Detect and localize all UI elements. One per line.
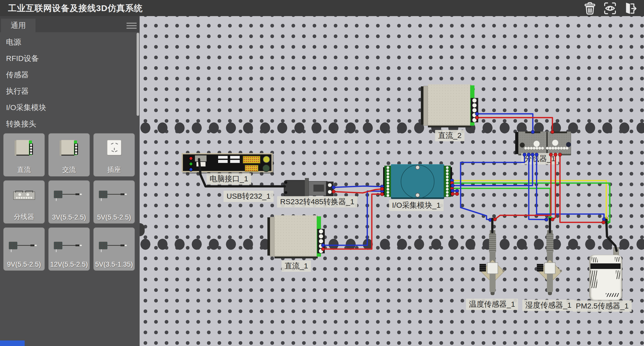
io-terminal-strip-left[interactable] xyxy=(384,166,391,197)
converter-slot xyxy=(313,185,324,192)
menu-item-rfid[interactable]: RFID设备 xyxy=(0,50,136,66)
splitter-notch xyxy=(550,131,567,133)
device-label-tag: 分线器_1 xyxy=(521,153,558,164)
splitter-thumbnail xyxy=(13,191,35,201)
sidebar-header: 通用 xyxy=(0,16,140,32)
pegboard-hole-band xyxy=(140,238,644,250)
ac-board-thumbnail xyxy=(60,140,79,156)
round-connector xyxy=(263,156,270,163)
palette-item-socket[interactable]: 插座 xyxy=(93,133,135,177)
palette-item-9v-adapter[interactable]: 9V(5.5-2.5) xyxy=(3,227,45,271)
device-humidity-sensor[interactable] xyxy=(535,219,565,296)
device-pc-interface[interactable] xyxy=(182,153,273,172)
app-title: 工业互联网设备及接线3D仿真系统 xyxy=(8,0,143,16)
exit-icon[interactable] xyxy=(623,1,637,16)
adapter-thumbnail xyxy=(54,190,85,202)
vent xyxy=(606,293,619,297)
sensor-pins xyxy=(537,264,543,271)
dc-board-edge xyxy=(267,217,270,256)
vent xyxy=(616,270,620,279)
menu-item-actuator[interactable]: 执行器 xyxy=(0,83,136,99)
sensor-probe xyxy=(547,274,553,293)
splitter-terminals[interactable] xyxy=(524,147,544,150)
bottom-left-badge xyxy=(0,340,25,346)
palette-item-5v-adapter[interactable]: 5V(5.5-2.5) xyxy=(93,180,135,224)
serial-port[interactable] xyxy=(243,156,260,163)
sensor-clamp xyxy=(544,262,555,274)
usb-port[interactable] xyxy=(196,162,206,166)
device-dc-power-2[interactable] xyxy=(421,84,479,128)
usb-port[interactable] xyxy=(218,156,228,163)
top-bar: 工业互联网设备及接线3D仿真系统 xyxy=(0,0,644,16)
device-label-tag: 电脑接口_1 xyxy=(207,173,251,185)
sensor-collar xyxy=(489,234,496,252)
palette-item-3v-adapter[interactable]: 3V(5.5-2.5) xyxy=(48,180,90,224)
category-menu: 电源 RFID设备 传感器 执行器 I/O采集模块 转换接头 xyxy=(0,34,136,132)
view-reset-icon[interactable] xyxy=(603,1,617,16)
dc-terminal-block[interactable] xyxy=(471,98,478,122)
tab-general[interactable]: 通用 xyxy=(1,19,35,32)
sidebar-scrollbar[interactable] xyxy=(137,33,139,116)
device-io-module[interactable] xyxy=(383,164,452,199)
pm25-band xyxy=(590,263,621,269)
device-pm25-sensor[interactable] xyxy=(589,255,622,300)
socket-thumbnail xyxy=(107,140,121,155)
dc-board-thumbnail xyxy=(15,140,34,156)
palette-item-5v-small-adapter[interactable]: 5V(3.5-1.35) xyxy=(93,227,135,271)
device-label-tag: 湿度传感器_1 xyxy=(522,300,574,311)
mount-hole xyxy=(560,270,562,272)
mount-hole xyxy=(502,270,505,272)
pm25-cable-gland xyxy=(613,247,619,256)
splitter-terminals[interactable] xyxy=(546,147,569,150)
round-connector xyxy=(262,164,270,172)
device-label-tag: 温度传感器_1 xyxy=(466,299,518,310)
trash-icon[interactable] xyxy=(583,1,597,16)
menu-item-io-module[interactable]: I/O采集模块 xyxy=(0,99,136,116)
sensor-probe xyxy=(490,274,496,293)
adapter-thumbnail xyxy=(99,241,130,253)
screw xyxy=(285,181,287,184)
device-label-tag: PM2.5传感器_1 xyxy=(573,300,632,312)
audio-jack-blue xyxy=(189,167,193,171)
io-edge xyxy=(450,167,452,195)
device-label-tag: RS232转485转换器_1 xyxy=(277,196,357,207)
dc-terminal-block[interactable] xyxy=(317,229,325,253)
splitter-hole xyxy=(520,143,525,148)
splitter-notch xyxy=(525,131,540,133)
dc-board-edge xyxy=(270,217,274,257)
dc-board-edge xyxy=(423,86,428,126)
device-label-tag: 直流_2 xyxy=(435,130,464,141)
vent xyxy=(592,257,598,262)
palette-item-splitter[interactable]: 分线器 xyxy=(3,180,45,224)
ps2-port xyxy=(195,155,207,161)
device-temperature-sensor[interactable] xyxy=(477,219,508,296)
io-terminal-strip-right[interactable] xyxy=(444,166,451,197)
device-label-tag: USB转232_1 xyxy=(223,191,273,202)
adapter-thumbnail xyxy=(99,190,130,202)
palette-item-dc[interactable]: 直流 xyxy=(3,133,45,177)
device-dc-power-1[interactable] xyxy=(267,215,325,259)
serial-port[interactable] xyxy=(245,165,258,171)
menu-item-power[interactable]: 电源 xyxy=(0,34,136,50)
menu-item-adapter[interactable]: 转换接头 xyxy=(0,116,136,132)
device-splitter[interactable] xyxy=(515,131,573,155)
splitter-knob xyxy=(533,141,540,147)
device-label-tag: I/O采集模块_1 xyxy=(389,200,444,211)
splitter-divider xyxy=(546,132,548,153)
splitter-body xyxy=(518,131,571,154)
vent xyxy=(615,257,620,262)
audio-jack-green xyxy=(189,162,193,166)
adapter-thumbnail xyxy=(9,241,39,253)
sensor-probe-tip xyxy=(548,292,552,295)
sensor-probe-tip xyxy=(491,292,495,295)
menu-item-sensor[interactable]: 传感器 xyxy=(0,66,136,83)
palette-item-ac[interactable]: 交流 xyxy=(48,133,90,177)
screw xyxy=(415,193,420,197)
splitter-hole xyxy=(566,142,571,147)
splitter-knob xyxy=(552,140,558,146)
dc-board xyxy=(428,84,471,126)
device-label-tag: 直流_1 xyxy=(281,260,311,272)
palette-item-12v-adapter[interactable]: 12V(5.5-2.5) xyxy=(48,227,90,271)
rs485-terminal-block[interactable] xyxy=(326,182,334,196)
usb-port[interactable] xyxy=(230,156,240,163)
